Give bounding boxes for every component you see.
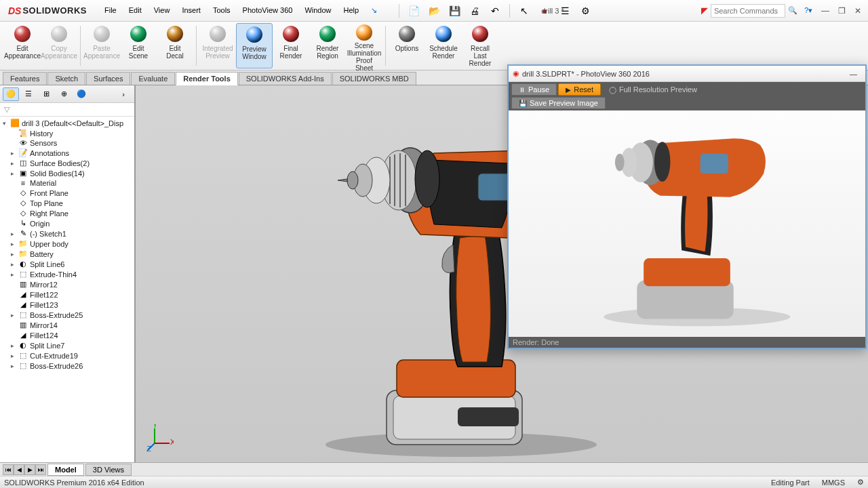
render-region-button[interactable]: RenderRegion [309, 23, 346, 68]
popup-minimize-button[interactable]: — [846, 70, 861, 78]
tree-item[interactable]: ▸⬚Boss-Extrude25 [0, 310, 134, 320]
close-button[interactable]: ✕ [850, 5, 865, 17]
tree-item[interactable]: ▸⬚Extrude-Thin4 [0, 269, 134, 279]
pause-button[interactable]: ⏸ Pause [511, 83, 557, 96]
status-units[interactable]: MMGS [822, 479, 845, 487]
dimxpert-tab[interactable]: ⊕ [56, 87, 72, 101]
ribbon-label: RenderRegion [317, 45, 339, 60]
tree-item[interactable]: ◇Top Plane [0, 198, 134, 208]
bottom-tab-strip: ⏮ ◀ ▶ ⏭ Model 3D Views [0, 462, 868, 476]
reset-button[interactable]: ▶ Reset [558, 83, 601, 96]
tree-item[interactable]: ◢Fillet122 [0, 289, 134, 300]
edit-appearance-button[interactable]: EditAppearance [4, 23, 41, 68]
tree-item[interactable]: ◇Right Plane [0, 208, 134, 218]
render-status-bar: Render: Done [509, 337, 865, 348]
tree-icon: ◐ [18, 260, 28, 268]
config-manager-tab[interactable]: ⊞ [38, 87, 54, 101]
display-manager-tab[interactable]: 🔵 [73, 87, 90, 101]
minimize-button[interactable]: — [818, 5, 833, 17]
tree-item[interactable]: ◇Front Plane [0, 188, 134, 198]
preview-window-button[interactable]: PreviewWindow [236, 23, 273, 68]
tree-root[interactable]: ▾ 🟧 drill 3 (Default<<Default>_Disp [0, 118, 134, 128]
edit-scene-icon [129, 24, 148, 43]
popup-title-bar[interactable]: ◉ drill 3.SLDPRT* - PhotoView 360 2016 — [509, 66, 865, 82]
ribbon-label: Options [395, 45, 418, 52]
tree-item[interactable]: ≡Material [0, 178, 134, 188]
integrated-preview-icon [208, 24, 227, 43]
search-input[interactable] [711, 4, 785, 18]
tab-prev-button[interactable]: ◀ [14, 464, 24, 475]
tree-item[interactable]: ↳Origin [0, 218, 134, 228]
feature-manager-header: 🟡 ☰ ⊞ ⊕ 🔵 › [0, 85, 134, 103]
tree-icon: ◇ [18, 188, 28, 197]
tab-solidworks-add-ins[interactable]: SOLIDWORKS Add-Ins [239, 72, 332, 85]
logo-ds: DS [8, 5, 21, 16]
ribbon-label: EditDecal [166, 45, 184, 60]
tree-item[interactable]: ◢Fillet123 [0, 300, 134, 310]
tab-next-button[interactable]: ▶ [24, 464, 35, 475]
tab-3dviews[interactable]: 3D Views [85, 464, 132, 476]
tree-item[interactable]: ▸✎(-) Sketch1 [0, 228, 134, 239]
tree-item[interactable]: ▸⬚Boss-Extrude26 [0, 361, 134, 371]
tab-render-tools[interactable]: Render Tools [176, 72, 237, 85]
tab-surfaces[interactable]: Surfaces [86, 72, 130, 85]
tree-item[interactable]: ▸📁Upper body [0, 239, 134, 249]
edit-scene-button[interactable]: EditScene [120, 23, 157, 68]
tree-item[interactable]: 📜History [0, 128, 134, 138]
tree-icon: ↳ [18, 219, 28, 228]
tree-item[interactable]: ▸◫Surface Bodies(2) [0, 158, 134, 168]
menu-tools[interactable]: Tools [208, 3, 236, 18]
recall-last-button[interactable]: RecallLastRender [462, 23, 498, 68]
svg-point-37 [615, 154, 625, 171]
edit-appearance-icon [13, 24, 32, 43]
save-preview-button[interactable]: 💾 Save Preview Image [511, 97, 606, 109]
tab-model[interactable]: Model [47, 464, 84, 476]
ribbon-label: EditScene [129, 45, 148, 60]
tab-first-button[interactable]: ⏮ [3, 464, 14, 475]
tree-item[interactable]: ▸▣Solid Bodies(14) [0, 168, 134, 178]
full-resolution-checkbox[interactable]: ◯ Full Resolution Preview [609, 85, 697, 94]
tab-solidworks-mbd[interactable]: SOLIDWORKS MBD [332, 72, 416, 85]
ribbon-label: FinalRender [280, 45, 302, 60]
menu-file[interactable]: File [99, 3, 122, 18]
property-manager-tab[interactable]: ☰ [20, 87, 37, 101]
tree-item[interactable]: ▸⬚Cut-Extrude19 [0, 350, 134, 361]
tab-features[interactable]: Features [3, 72, 47, 85]
schedule-render-button[interactable]: ScheduleRender [425, 23, 462, 68]
search-icon[interactable]: 🔍 [788, 6, 797, 15]
tree-item[interactable]: ▸◐Split Line7 [0, 340, 134, 350]
tab-last-button[interactable]: ⏭ [35, 464, 46, 475]
status-custom-icon[interactable]: ⚙ [857, 478, 864, 487]
restore-button[interactable]: ❐ [834, 5, 849, 17]
tree-item[interactable]: ◢Fillet124 [0, 330, 134, 340]
options-button[interactable]: Options [389, 23, 425, 68]
menu-photoview[interactable]: PhotoView 360 [237, 3, 298, 18]
menu-view[interactable]: View [149, 3, 176, 18]
tree-item[interactable]: ▸◐Split Line6 [0, 259, 134, 269]
tree-item[interactable]: 👁Sensors [0, 138, 134, 148]
tree-icon: ◢ [18, 300, 28, 309]
help-icon[interactable]: ?▾ [804, 6, 812, 15]
tree-icon: ◇ [18, 199, 28, 207]
menu-insert[interactable]: Insert [176, 3, 206, 18]
tab-evaluate[interactable]: Evaluate [131, 72, 175, 85]
schedule-render-icon [434, 24, 453, 43]
settings-button[interactable]: ⚙ [576, 3, 594, 18]
tree-item[interactable]: ▥Mirror12 [0, 279, 134, 289]
tree-item[interactable]: ▸📁Battery [0, 249, 134, 259]
edit-decal-button[interactable]: EditDecal [157, 23, 193, 68]
expand-icon[interactable]: › [115, 87, 132, 101]
tree-label: Surface Bodies(2) [30, 159, 90, 167]
view-triad: Y X Z [146, 424, 174, 451]
menu-edit[interactable]: Edit [123, 3, 147, 18]
feature-tree-tab[interactable]: 🟡 [3, 87, 19, 101]
filter-row[interactable]: ▽ [0, 103, 134, 117]
tree-label: Battery [30, 250, 54, 258]
tab-sketch[interactable]: Sketch [47, 72, 85, 85]
tree-item[interactable]: ▸📝Annotations [0, 148, 134, 158]
ribbon-label: ScheduleRender [429, 45, 458, 60]
scene-illum-button[interactable]: SceneIlluminationProof Sheet [346, 23, 382, 68]
tree-item[interactable]: ▥Mirror14 [0, 320, 134, 330]
final-render-button[interactable]: FinalRender [273, 23, 309, 68]
tree-icon: ✎ [18, 229, 28, 238]
